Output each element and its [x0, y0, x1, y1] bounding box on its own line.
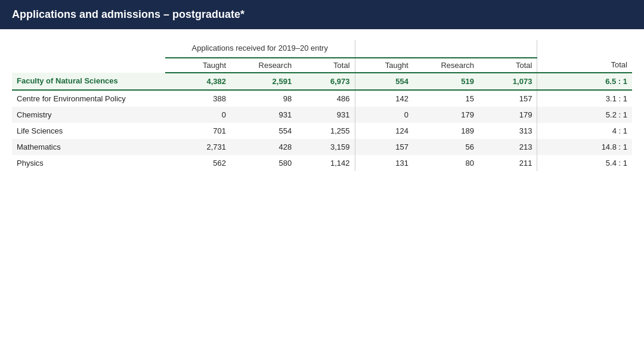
row-ratio: 14.8 : 1: [537, 139, 632, 155]
row-adm-taught: 157: [355, 139, 413, 155]
row-app-research: 428: [231, 139, 296, 155]
adm-taught-header: Taught: [355, 58, 413, 73]
faculty-dept: Faculty of Natural Sciences: [12, 73, 165, 90]
row-app-total: 3,159: [296, 139, 355, 155]
row-adm-research: 80: [413, 155, 479, 171]
faculty-adm-taught: 554: [355, 73, 413, 90]
row-app-research: 931: [231, 107, 296, 123]
row-ratio: 5.2 : 1: [537, 107, 632, 123]
row-app-taught: 388: [165, 90, 231, 107]
row-adm-total: 157: [479, 90, 537, 107]
table-row: Mathematics 2,731 428 3,159 157 56 213 1…: [12, 139, 632, 155]
row-ratio: 3.1 : 1: [537, 90, 632, 107]
adm-research-header: Research: [413, 58, 479, 73]
page-title: Applications and admissions – postgradua…: [12, 8, 244, 20]
row-adm-total: 313: [479, 123, 537, 139]
row-dept: Mathematics: [12, 139, 165, 155]
row-app-taught: 701: [165, 123, 231, 139]
faculty-app-taught: 4,382: [165, 73, 231, 90]
row-ratio: 4 : 1: [537, 123, 632, 139]
row-adm-research: 179: [413, 107, 479, 123]
table-row: Physics 562 580 1,142 131 80 211 5.4 : 1: [12, 155, 632, 171]
faculty-ratio: 6.5 : 1: [537, 73, 632, 90]
table-row: Chemistry 0 931 931 0 179 179 5.2 : 1: [12, 107, 632, 123]
row-adm-taught: 0: [355, 107, 413, 123]
faculty-adm-research: 519: [413, 73, 479, 90]
row-adm-total: 213: [479, 139, 537, 155]
ratio-sub-header: Total: [537, 58, 632, 73]
ratio-group-header: [537, 40, 632, 58]
row-adm-research: 15: [413, 90, 479, 107]
table-body: Faculty of Natural Sciences 4,382 2,591 …: [12, 73, 632, 171]
row-app-taught: 562: [165, 155, 231, 171]
row-dept: Physics: [12, 155, 165, 171]
row-adm-taught: 142: [355, 90, 413, 107]
row-app-total: 1,255: [296, 123, 355, 139]
admissions-group-header: [355, 40, 537, 58]
app-taught-header: Taught: [165, 58, 231, 73]
row-adm-research: 189: [413, 123, 479, 139]
row-app-total: 931: [296, 107, 355, 123]
sub-header-row: Taught Research Total Taught Research To…: [12, 58, 632, 73]
row-app-taught: 2,731: [165, 139, 231, 155]
row-adm-research: 56: [413, 139, 479, 155]
row-dept: Centre for Environmental Policy: [12, 90, 165, 107]
page-header: Applications and admissions – postgradua…: [0, 0, 644, 29]
row-app-research: 580: [231, 155, 296, 171]
row-adm-total: 179: [479, 107, 537, 123]
table-row: Life Sciences 701 554 1,255 124 189 313 …: [12, 123, 632, 139]
row-dept: Life Sciences: [12, 123, 165, 139]
row-ratio: 5.4 : 1: [537, 155, 632, 171]
applications-group-header: Applications received for 2019–20 entry: [165, 40, 355, 58]
group-header-row: Applications received for 2019–20 entry: [12, 40, 632, 58]
table-container: Applications received for 2019–20 entry …: [0, 29, 644, 183]
row-adm-total: 211: [479, 155, 537, 171]
row-app-total: 486: [296, 90, 355, 107]
app-research-header: Research: [231, 58, 296, 73]
faculty-row: Faculty of Natural Sciences 4,382 2,591 …: [12, 73, 632, 90]
faculty-app-research: 2,591: [231, 73, 296, 90]
dept-sub-header: [12, 58, 165, 73]
row-app-total: 1,142: [296, 155, 355, 171]
app-total-header: Total: [296, 58, 355, 73]
row-app-taught: 0: [165, 107, 231, 123]
faculty-adm-total: 1,073: [479, 73, 537, 90]
adm-total-header: Total: [479, 58, 537, 73]
dept-group-header: [12, 40, 165, 58]
faculty-app-total: 6,973: [296, 73, 355, 90]
row-app-research: 98: [231, 90, 296, 107]
row-app-research: 554: [231, 123, 296, 139]
data-table: Applications received for 2019–20 entry …: [12, 35, 632, 171]
row-dept: Chemistry: [12, 107, 165, 123]
table-row: Centre for Environmental Policy 388 98 4…: [12, 90, 632, 107]
row-adm-taught: 131: [355, 155, 413, 171]
row-adm-taught: 124: [355, 123, 413, 139]
